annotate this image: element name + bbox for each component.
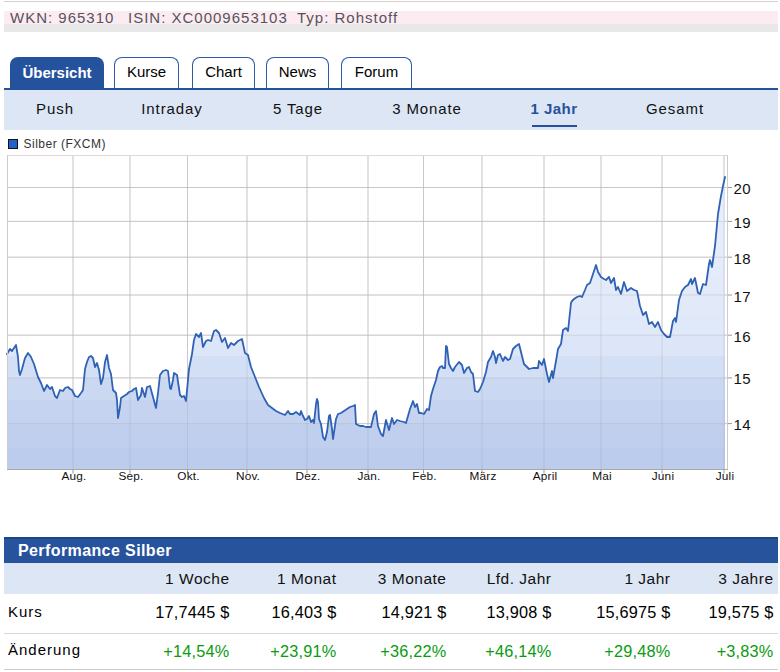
svg-text:Juni: Juni: [652, 469, 674, 483]
svg-text:Nov.: Nov.: [236, 469, 260, 483]
svg-text:Mai: Mai: [592, 469, 612, 483]
svg-text:20: 20: [734, 180, 752, 197]
svg-text:April: April: [533, 469, 558, 483]
svg-text:Aug.: Aug.: [61, 469, 86, 483]
svg-text:17: 17: [734, 288, 752, 305]
svg-text:15: 15: [734, 370, 752, 387]
svg-text:März: März: [469, 469, 496, 483]
svg-text:16: 16: [734, 328, 752, 345]
svg-text:Okt.: Okt.: [177, 469, 199, 483]
svg-text:Dez.: Dez.: [295, 469, 320, 483]
svg-text:18: 18: [734, 250, 752, 267]
svg-text:19: 19: [734, 214, 752, 231]
svg-text:Juli: Juli: [716, 469, 735, 483]
svg-text:Jan.: Jan.: [357, 469, 380, 483]
svg-text:Sep.: Sep.: [118, 469, 143, 483]
svg-text:Feb.: Feb.: [412, 469, 436, 483]
svg-text:14: 14: [734, 416, 752, 433]
